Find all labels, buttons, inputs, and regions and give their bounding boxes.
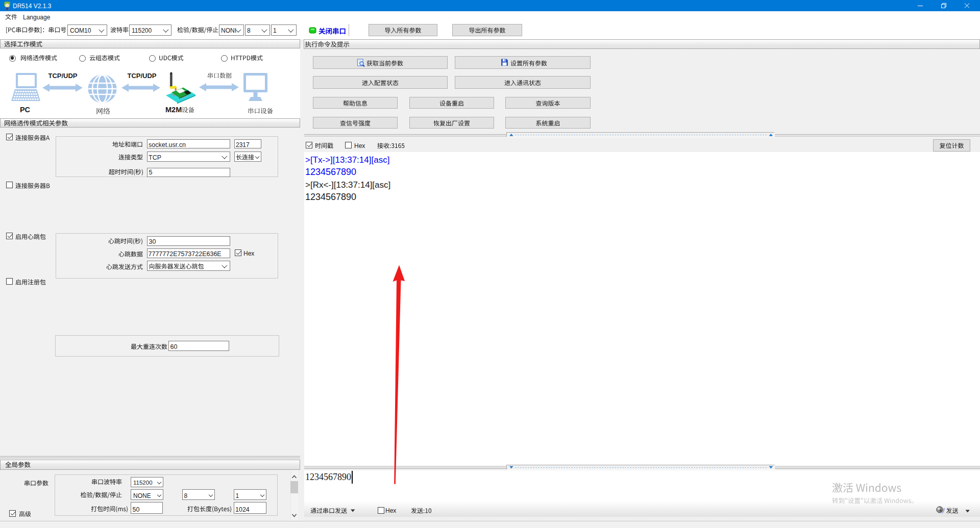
svg-text:1234567890: 1234567890 xyxy=(305,472,351,482)
svg-text:7777772E7573722E636E: 7777772E7573722E636E xyxy=(149,250,222,258)
svg-text:8: 8 xyxy=(184,492,188,499)
svg-text:1: 1 xyxy=(273,27,277,34)
svg-text:DR514 V2.1.3: DR514 V2.1.3 xyxy=(13,3,52,10)
svg-text:60: 60 xyxy=(170,343,178,350)
svg-text:>[Tx->][13:37:14][asc]: >[Tx->][13:37:14][asc] xyxy=(305,155,389,165)
svg-text:TCP/UDP: TCP/UDP xyxy=(127,72,156,80)
svg-text:socket.usr.cn: socket.usr.cn xyxy=(149,141,186,148)
svg-text:Hex: Hex xyxy=(354,142,365,149)
svg-text:COM10: COM10 xyxy=(70,27,91,34)
svg-text:NONE: NONE xyxy=(133,492,151,499)
svg-text:Hex: Hex xyxy=(385,507,396,514)
svg-text:50: 50 xyxy=(133,506,140,513)
svg-text:1234567890: 1234567890 xyxy=(305,192,356,202)
svg-text:>[Rx<-][13:37:14][asc]: >[Rx<-][13:37:14][asc] xyxy=(305,180,390,190)
svg-text:115200: 115200 xyxy=(132,27,152,34)
svg-text:1234567890: 1234567890 xyxy=(305,167,356,177)
svg-text:TCP: TCP xyxy=(149,154,161,161)
svg-text:TCP/UDP: TCP/UDP xyxy=(48,72,77,80)
svg-text:M2M: M2M xyxy=(165,106,182,114)
svg-text:Hex: Hex xyxy=(243,250,254,257)
svg-text:Language: Language xyxy=(23,14,51,21)
svg-text:NONI: NONI xyxy=(221,27,236,34)
svg-text:2317: 2317 xyxy=(236,141,250,148)
svg-text:8: 8 xyxy=(247,27,251,34)
svg-text:115200: 115200 xyxy=(133,480,153,486)
svg-text:PC: PC xyxy=(20,106,31,114)
svg-text:5: 5 xyxy=(149,169,153,176)
svg-text:1024: 1024 xyxy=(235,506,250,513)
svg-text:30: 30 xyxy=(149,238,156,245)
svg-text:1: 1 xyxy=(236,492,239,499)
